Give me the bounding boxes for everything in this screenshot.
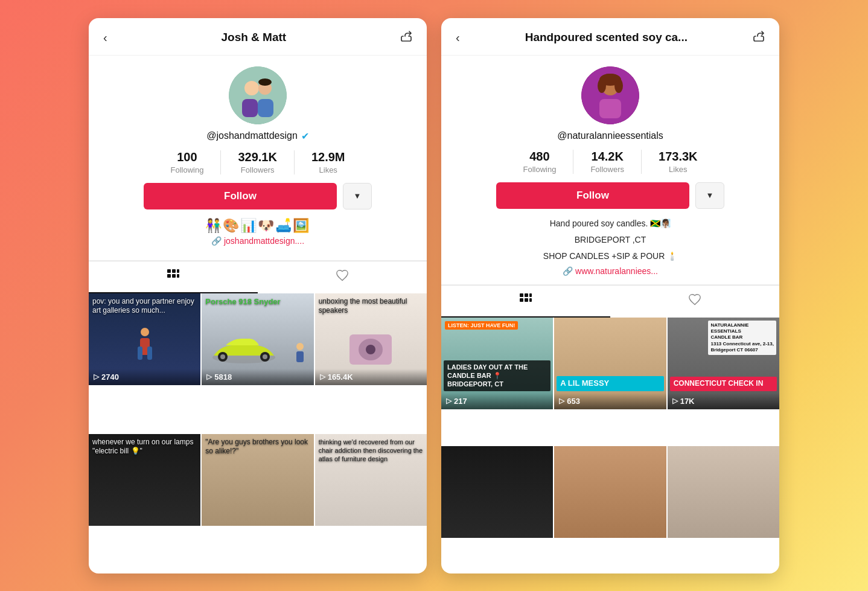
- left-video-6-caption: thinking we'd recovered from our chair a…: [319, 438, 423, 464]
- right-following-stat[interactable]: 480 Following: [506, 150, 573, 174]
- left-video-2[interactable]: Porsche 918 Snyder ▷ 5818: [202, 293, 313, 385]
- right-video-1-tag: LISTEN: JUST HAVE FUN!: [445, 321, 518, 330]
- left-tab-likes[interactable]: [258, 261, 427, 293]
- svg-rect-8: [177, 269, 179, 273]
- svg-rect-34: [525, 293, 528, 297]
- left-back-icon: ‹: [103, 31, 107, 44]
- left-likes-stat[interactable]: 12.9M Likes: [295, 150, 362, 174]
- left-video-1-caption: pov: you and your partner enjoy art gall…: [92, 297, 197, 316]
- right-video-5[interactable]: [554, 446, 666, 538]
- left-video-5[interactable]: "Are you guys brothers you look so alike…: [202, 434, 313, 526]
- left-tab-videos[interactable]: [89, 261, 258, 293]
- right-back-button[interactable]: ‹: [453, 28, 462, 47]
- right-video-3-white-tag: NATURALANNIEESSENTIALSCANDLE BAR1313 Con…: [708, 321, 776, 356]
- left-profile-section: @joshandmattdesign ✔ 100 Following 329.1…: [89, 56, 427, 261]
- left-follow-row: Follow ▼: [103, 183, 412, 209]
- right-tab-videos[interactable]: [441, 286, 610, 318]
- svg-rect-2: [242, 99, 258, 117]
- left-dropdown-icon: ▼: [354, 191, 362, 200]
- left-video-3-views: ▷ 165.4K: [320, 372, 422, 382]
- left-video-3[interactable]: unboxing the most beautiful speakers ▷ 1…: [315, 293, 427, 385]
- right-bio-link[interactable]: 🔗 www.naturalanniees...: [563, 266, 658, 276]
- left-following-stat[interactable]: 100 Following: [153, 150, 221, 174]
- right-username: @naturalannieessentials: [557, 130, 663, 141]
- right-follow-button[interactable]: Follow: [496, 182, 689, 209]
- right-followers-stat[interactable]: 14.2K Followers: [573, 150, 642, 174]
- svg-point-25: [366, 345, 375, 354]
- svg-rect-37: [525, 298, 528, 302]
- right-follow-row: Follow ▼: [456, 182, 765, 209]
- right-header: ‹ Handpoured scented soy ca...: [441, 18, 779, 56]
- right-video-1-label: LADIES DAY OUT AT THE CANDLE BAR 📍 BRIDG…: [444, 360, 550, 391]
- left-profile-title: Josh & Matt: [110, 31, 398, 44]
- svg-point-12: [141, 328, 149, 336]
- svg-point-1: [244, 81, 259, 95]
- right-video-4[interactable]: [441, 446, 553, 538]
- right-dropdown-button[interactable]: ▼: [695, 182, 724, 209]
- right-video-1[interactable]: LISTEN: JUST HAVE FUN! LADIES DAY OUT AT…: [441, 318, 553, 409]
- svg-point-20: [263, 354, 267, 359]
- left-share-button[interactable]: [398, 28, 415, 48]
- right-videos-tab-icon: [519, 293, 532, 309]
- left-video-2-caption: Porsche 918 Snyder: [205, 297, 310, 307]
- right-likes-stat[interactable]: 173.3K Likes: [642, 150, 715, 174]
- left-video-3-caption: unboxing the most beautiful speakers: [319, 297, 423, 316]
- svg-rect-9: [167, 274, 171, 278]
- right-bio-line3: SHOP CANDLES +SIP & POUR 🕯️: [543, 250, 677, 263]
- right-video-1-views: ▷ 217: [446, 397, 548, 406]
- right-video-6[interactable]: [668, 446, 779, 538]
- left-followers-stat[interactable]: 329.1K Followers: [221, 150, 295, 174]
- svg-point-5: [258, 78, 272, 86]
- left-share-icon: [400, 31, 412, 45]
- left-video-1-views: ▷ 2740: [94, 372, 196, 382]
- svg-point-21: [296, 343, 304, 350]
- left-video-4-caption: whenever we turn on our lamps "electric …: [92, 438, 197, 456]
- right-avatar: [581, 66, 639, 124]
- left-video-2-views: ▷ 5818: [206, 372, 308, 382]
- left-header: ‹ Josh & Matt: [89, 18, 427, 56]
- left-video-4[interactable]: whenever we turn on our lamps "electric …: [89, 434, 200, 526]
- svg-rect-11: [177, 274, 179, 278]
- right-back-icon: ‹: [456, 31, 460, 44]
- left-dropdown-button[interactable]: ▼: [343, 183, 372, 209]
- left-verified-badge: ✔: [301, 130, 309, 142]
- left-follow-button[interactable]: Follow: [144, 183, 337, 209]
- svg-rect-7: [172, 269, 176, 273]
- left-username: @joshandmattdesign ✔: [206, 130, 309, 142]
- left-stats: 100 Following 329.1K Followers 12.9M Lik…: [103, 150, 412, 174]
- right-video-2-views: ▷ 653: [559, 397, 661, 406]
- svg-point-32: [601, 74, 620, 83]
- svg-rect-33: [520, 293, 523, 297]
- right-profile-title: Handpoured scented soy ca...: [462, 31, 750, 44]
- left-video-6[interactable]: thinking we'd recovered from our chair a…: [315, 434, 427, 526]
- right-video-1-overlay: ▷ 217: [441, 393, 553, 409]
- right-profile-section: @naturalannieessentials 480 Following 14…: [441, 56, 779, 285]
- left-back-button[interactable]: ‹: [101, 28, 110, 47]
- right-dropdown-icon: ▼: [706, 191, 714, 200]
- right-video-grid: LISTEN: JUST HAVE FUN! LADIES DAY OUT AT…: [441, 318, 779, 573]
- right-share-icon: [753, 31, 765, 45]
- svg-rect-36: [520, 298, 523, 302]
- right-bio-line1: Hand poured soy candles. 🇯🇲🧖🏾‍♀️: [550, 217, 671, 230]
- right-stats: 480 Following 14.2K Followers 173.3K Lik…: [456, 150, 765, 174]
- right-video-2[interactable]: A LIL MESSY ▷ 653: [554, 318, 666, 409]
- right-video-3[interactable]: NATURALANNIEESSENTIALSCANDLE BAR1313 Con…: [668, 318, 779, 409]
- svg-rect-22: [296, 351, 304, 362]
- right-video-2-label: A LIL MESSY: [557, 376, 663, 391]
- svg-rect-10: [172, 274, 176, 278]
- right-share-button[interactable]: [750, 28, 767, 48]
- right-tab-likes[interactable]: [610, 286, 779, 318]
- svg-rect-38: [529, 298, 532, 302]
- svg-point-0: [229, 66, 287, 124]
- left-video-1[interactable]: pov: you and your partner enjoy art gall…: [89, 293, 200, 385]
- right-tabs: [441, 285, 779, 318]
- svg-rect-6: [167, 269, 171, 273]
- svg-rect-15: [147, 347, 152, 360]
- left-videos-tab-icon: [167, 269, 180, 285]
- svg-rect-35: [529, 293, 532, 297]
- svg-point-18: [220, 354, 225, 359]
- right-link-icon: 🔗: [563, 266, 573, 276]
- left-bio-link[interactable]: 🔗 joshandmattdesign....: [211, 236, 304, 246]
- svg-rect-4: [258, 99, 273, 117]
- left-tabs: [89, 261, 427, 293]
